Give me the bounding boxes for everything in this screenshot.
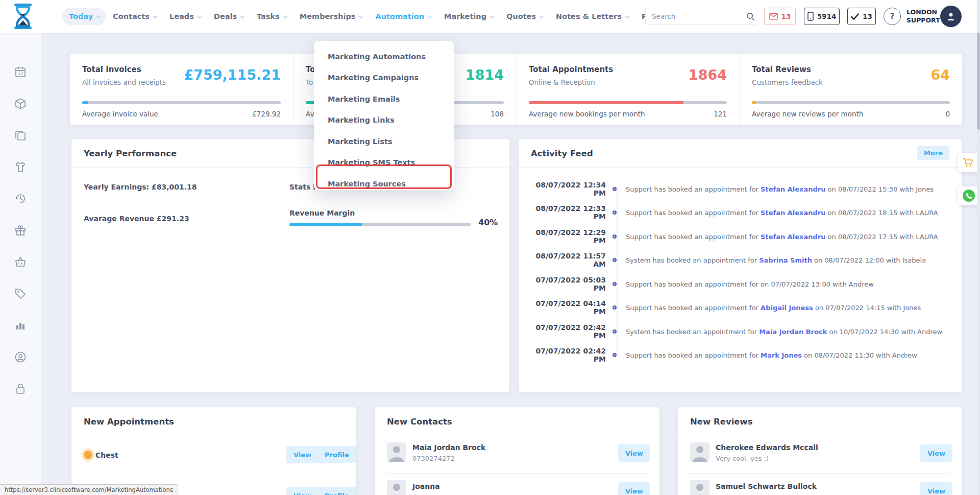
clinicsoftware-logo[interactable] [11,3,35,30]
nav-item-deals[interactable]: Deals [207,8,250,25]
left-icon-sidebar: 12 [0,33,41,495]
basket-icon[interactable] [14,256,27,268]
feed-text: Support has booked an appointment for Ma… [626,351,917,359]
nav-item-memberships[interactable]: Memberships [293,8,369,25]
mail-notifications-badge[interactable]: 13 [764,8,796,25]
gift-icon[interactable] [14,224,27,237]
nav-item-quotes[interactable]: Quotes [500,8,549,25]
user-avatar[interactable] [940,6,962,27]
profile-button[interactable]: Profile [317,487,356,495]
stat-total-invoices: Total Invoices All invoices and receipts… [70,54,293,125]
timeline-dot-icon [612,258,617,262]
stat-total-reviews: Total Reviews Customers feedback 64 Aver… [739,54,962,125]
package-icon[interactable] [14,98,27,110]
nav-label: Deals [214,12,237,20]
lock-icon[interactable] [14,383,27,395]
feed-text: System has booked an appointment for Sab… [626,256,926,264]
appointment-dot-icon [84,451,92,459]
view-button[interactable]: View [920,444,952,462]
row-divider [690,473,949,474]
contact-name: Maia Jordan Brock [412,443,485,452]
feed-timestamp: 08/07/2022 12:34 PM [526,181,606,197]
chart-icon[interactable] [14,319,27,332]
nav-item-automation[interactable]: Automation [369,8,437,25]
tasks-done-badge[interactable]: 13 [847,8,876,25]
chevron-down-icon [96,13,101,18]
menu-item-marketing-sources[interactable]: Marketing Sources [314,173,454,195]
menu-item-marketing-emails[interactable]: Marketing Emails [314,88,454,110]
appointment-label: Chest [95,451,118,459]
chevron-down-icon [283,13,288,18]
search-icon[interactable] [745,8,756,25]
menu-item-marketing-sms-texts[interactable]: Marketing SMS Texts [314,152,454,174]
stat-footer-label: Average new reviews per month [752,110,863,118]
view-button[interactable]: View [618,444,650,462]
feed-text: Support has booked an appointment for on… [626,280,874,288]
contact-link[interactable]: Stefan Alexandru [761,233,825,241]
phone-icon [963,190,975,202]
tag-icon[interactable] [14,288,27,300]
stat-subtitle: Online & Reception [529,78,595,86]
stat-footer-value: 108 [491,110,504,118]
contact-link[interactable]: Maia Jordan Brock [759,328,827,336]
contact-link[interactable]: Abigail Joness [761,304,813,312]
contact-link[interactable]: Sabrina Smith [759,256,812,264]
location-label: LONDON SUPPORT [906,8,940,25]
view-button[interactable]: View [286,446,318,463]
search-input[interactable] [646,12,745,20]
scrollbar-thumb[interactable] [977,33,980,130]
view-button[interactable]: View [920,482,952,495]
help-button[interactable]: ? [884,8,901,25]
menu-item-marketing-automations[interactable]: Marketing Automations [314,46,454,67]
view-button[interactable]: View [286,487,318,495]
contact-name: Joanna [412,482,440,490]
stat-title: Total Reviews [752,65,811,74]
menu-item-marketing-links[interactable]: Marketing Links [314,110,454,131]
calendar-icon[interactable]: 12 [14,66,27,78]
view-button[interactable]: View [618,482,650,495]
chevron-down-icon [358,13,363,18]
new-contacts-title: New Contacts [387,417,452,427]
stat-subtitle: To [306,78,313,86]
nav-item-today[interactable]: Today [62,8,106,25]
nav-label: Notes & Letters [556,12,622,20]
page-scrollbar[interactable] [977,0,980,495]
top-navigation-bar: Today Contacts Leads Deals Tasks Members… [0,0,980,33]
nav-item-notes-letters[interactable]: Notes & Letters [549,8,635,25]
profile-button[interactable]: Profile [317,446,356,463]
copy-icon[interactable] [14,129,27,142]
support-icon[interactable] [14,351,27,363]
svg-text:12: 12 [18,72,23,76]
feed-timestamp: 07/07/2022 05:03 PM [526,276,606,292]
stat-footer-value: £729.92 [252,110,281,118]
feed-item: 07/07/2022 02:42 PM Support has booked a… [526,350,954,360]
chevron-down-icon [240,13,245,18]
shirt-icon[interactable] [14,161,27,173]
contact-link[interactable]: Stefan Alexandru [761,185,825,193]
contact-phone: 0730274272 [412,455,455,462]
timeline-dot-icon [612,305,617,310]
progress-bar [752,101,950,104]
question-mark-icon: ? [890,12,895,21]
review-text: Very cool, yes :) [716,455,769,462]
browser-status-url: https://server3.clinicsoftware.com/Marke… [0,484,178,495]
stat-value: 1864 [689,67,727,83]
nav-item-tasks[interactable]: Tasks [250,8,293,25]
more-button[interactable]: More [917,146,949,160]
contact-link[interactable]: Stefan Alexandru [761,209,825,217]
phone-number: 5914 [817,12,837,20]
feed-timestamp: 08/07/2022 12:33 PM [526,204,606,221]
nav-label: Automation [375,12,424,20]
new-appointments-card: New Appointments Chest View Profile Boto… [71,407,356,495]
menu-item-marketing-lists[interactable]: Marketing Lists [314,131,454,152]
stat-subtitle: Customers feedback [752,78,823,86]
nav-item-marketing[interactable]: Marketing [437,8,500,25]
menu-item-marketing-campaigns[interactable]: Marketing Campaigns [314,67,454,89]
revenue-margin-label: Revenue Margin [289,209,355,217]
history-icon[interactable] [14,193,27,205]
nav-item-leads[interactable]: Leads [163,8,207,25]
contact-link[interactable]: Mark Jones [761,351,802,359]
phone-extension-badge[interactable]: 5914 [804,8,840,25]
stat-footer-value: 0 [945,110,950,118]
nav-item-contacts[interactable]: Contacts [106,8,163,25]
